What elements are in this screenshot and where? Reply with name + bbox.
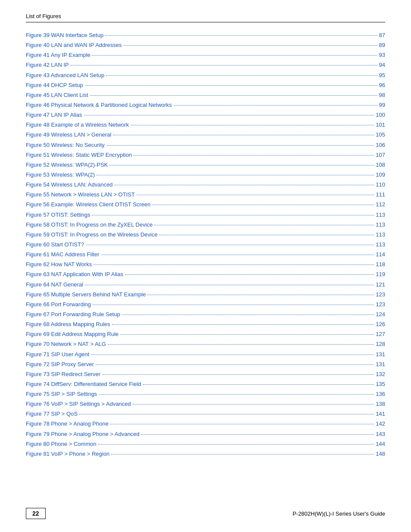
toc-dots	[92, 215, 374, 215]
toc-page: 113	[376, 240, 385, 249]
toc-page: 109	[376, 171, 385, 179]
toc-dots	[110, 424, 374, 424]
toc-link[interactable]: Figure 63 NAT Application With IP Alias	[26, 270, 123, 279]
toc-dots	[102, 374, 374, 375]
toc-link[interactable]: Figure 47 LAN IP Alias	[26, 111, 82, 119]
toc-link[interactable]: Figure 46 Physical Network & Partitioned…	[26, 101, 172, 109]
list-item: Figure 73 SIP Redirect Server132	[26, 370, 385, 379]
toc-link[interactable]: Figure 55 Network > Wireless LAN > OTIST	[26, 190, 135, 199]
toc-link[interactable]: Figure 73 SIP Redirect Server	[26, 370, 100, 379]
list-item: Figure 62 How NAT Works118	[26, 260, 385, 269]
toc-link[interactable]: Figure 76 VoIP > SIP Settings > Advanced	[26, 400, 131, 408]
list-item: Figure 74 DiffServ: Differentiated Servi…	[26, 380, 385, 389]
toc-link[interactable]: Figure 70 Network > NAT > ALG	[26, 340, 106, 348]
toc-link[interactable]: Figure 79 Phone > Analog Phone > Advance…	[26, 430, 140, 439]
toc-page: 112	[376, 200, 385, 209]
toc-page: 113	[376, 221, 385, 229]
list-item: Figure 68 Address Mapping Rules126	[26, 320, 385, 329]
list-item: Figure 54 Wireless LAN: Advanced110	[26, 180, 385, 189]
toc-page: 101	[376, 121, 385, 129]
toc-dots	[101, 255, 374, 255]
list-item: Figure 49 Wireless LAN > General105	[26, 131, 385, 139]
toc-dots	[113, 135, 374, 135]
toc-page: 131	[376, 360, 385, 369]
toc-link[interactable]: Figure 64 NAT General	[26, 280, 83, 289]
toc-link[interactable]: Figure 81 VoIP > Phone > Region	[26, 450, 109, 458]
toc-page: 111	[376, 190, 385, 199]
toc-link[interactable]: Figure 67 Port Forwarding Rule Setup	[26, 310, 120, 319]
list-item: Figure 61 MAC Address Filter114	[26, 250, 385, 259]
toc-page: 123	[376, 300, 385, 309]
toc-dots	[98, 444, 374, 445]
toc-dots	[105, 35, 377, 36]
toc-dots	[99, 394, 374, 395]
toc-link[interactable]: Figure 61 MAC Address Filter	[26, 250, 100, 259]
toc-link[interactable]: Figure 40 LAN and WAN IP Addresses	[26, 41, 122, 50]
toc-page: 100	[376, 111, 385, 119]
list-item: Figure 55 Network > Wireless LAN > OTIST…	[26, 190, 385, 199]
toc-link[interactable]: Figure 71 SIP User Agent	[26, 350, 89, 359]
toc-dots	[71, 65, 377, 65]
toc-page: 118	[376, 260, 385, 269]
list-item: Figure 46 Physical Network & Partitioned…	[26, 101, 385, 109]
toc-link[interactable]: Figure 66 Port Forwarding	[26, 300, 91, 309]
toc-link[interactable]: Figure 62 How NAT Works	[26, 260, 92, 269]
toc-link[interactable]: Figure 39 WAN Interface Setup	[26, 31, 103, 40]
list-item: Figure 76 VoIP > SIP Settings > Advanced…	[26, 400, 385, 408]
toc-page: 119	[376, 270, 385, 279]
toc-dots	[115, 185, 374, 185]
toc-page: 124	[376, 310, 385, 319]
toc-dots	[85, 85, 377, 86]
toc-dots	[91, 355, 374, 355]
toc-link[interactable]: Figure 56 Example: Wireless Client OTIST…	[26, 200, 150, 209]
toc-link[interactable]: Figure 44 DHCP Setup	[26, 81, 83, 90]
toc-page: 148	[376, 450, 385, 458]
list-item: Figure 64 NAT General121	[26, 280, 385, 289]
toc-link[interactable]: Figure 54 Wireless LAN: Advanced	[26, 180, 113, 189]
toc-link[interactable]: Figure 57 OTIST: Settings	[26, 211, 90, 219]
toc-link[interactable]: Figure 74 DiffServ: Differentiated Servi…	[26, 380, 141, 389]
toc-link[interactable]: Figure 58 OTIST: In Progress on the ZyXE…	[26, 221, 153, 229]
toc-dots	[106, 75, 377, 76]
toc-page: 87	[379, 31, 385, 40]
toc-link[interactable]: Figure 78 Phone > Analog Phone	[26, 420, 109, 428]
toc-link[interactable]: Figure 72 SIP Proxy Server	[26, 360, 94, 369]
list-item: Figure 63 NAT Application With IP Alias1…	[26, 270, 385, 279]
list-item: Figure 42 LAN IP94	[26, 61, 385, 69]
toc-link[interactable]: Figure 59 OTIST: In Progress on the Wire…	[26, 230, 158, 239]
toc-page: 142	[376, 420, 385, 428]
toc-dots	[120, 334, 374, 335]
list-item: Figure 60 Start OTIST?113	[26, 240, 385, 249]
list-item: Figure 44 DHCP Setup96	[26, 81, 385, 90]
list-item: Figure 52 Wireless: WPA(2)-PSK108	[26, 161, 385, 169]
toc-link[interactable]: Figure 49 Wireless LAN > General	[26, 131, 111, 139]
toc-dots	[92, 55, 377, 56]
toc-link[interactable]: Figure 68 Address Mapping Rules	[26, 320, 110, 329]
list-item: Figure 53 Wireless: WPA(2)109	[26, 171, 385, 179]
toc-link[interactable]: Figure 50 Wireless: No Security	[26, 141, 105, 149]
toc-dots	[109, 165, 374, 165]
toc-link[interactable]: Figure 69 Edit Address Mapping Rule	[26, 330, 118, 339]
toc-dots	[141, 434, 374, 435]
toc-link[interactable]: Figure 77 SIP > QoS	[26, 410, 78, 418]
toc-link[interactable]: Figure 42 LAN IP	[26, 61, 69, 69]
list-item: Figure 69 Edit Address Mapping Rule127	[26, 330, 385, 339]
toc-dots	[112, 324, 374, 325]
toc-dots	[134, 155, 374, 156]
toc-link[interactable]: Figure 80 Phone > Common	[26, 440, 97, 448]
toc-link[interactable]: Figure 43 Advanced LAN Setup	[26, 71, 104, 80]
toc-link[interactable]: Figure 75 SIP > SIP Settings	[26, 390, 97, 398]
toc-dots	[93, 305, 374, 305]
toc-page: 93	[379, 51, 385, 59]
toc-page: 127	[376, 330, 385, 339]
toc-link[interactable]: Figure 60 Start OTIST?	[26, 240, 84, 249]
toc-link[interactable]: Figure 53 Wireless: WPA(2)	[26, 171, 95, 179]
toc-link[interactable]: Figure 48 Example of a Wireless Network	[26, 121, 129, 129]
toc-page: 144	[376, 440, 385, 448]
toc-link[interactable]: Figure 52 Wireless: WPA(2)-PSK	[26, 161, 108, 169]
toc-link[interactable]: Figure 51 Wireless: Static WEP Encryptio…	[26, 151, 132, 159]
toc-link[interactable]: Figure 45 LAN Client List	[26, 91, 88, 100]
toc-link[interactable]: Figure 65 Multiple Servers Behind NAT Ex…	[26, 290, 146, 299]
toc-link[interactable]: Figure 41 Any IP Example	[26, 51, 90, 59]
toc-dots	[137, 195, 374, 195]
